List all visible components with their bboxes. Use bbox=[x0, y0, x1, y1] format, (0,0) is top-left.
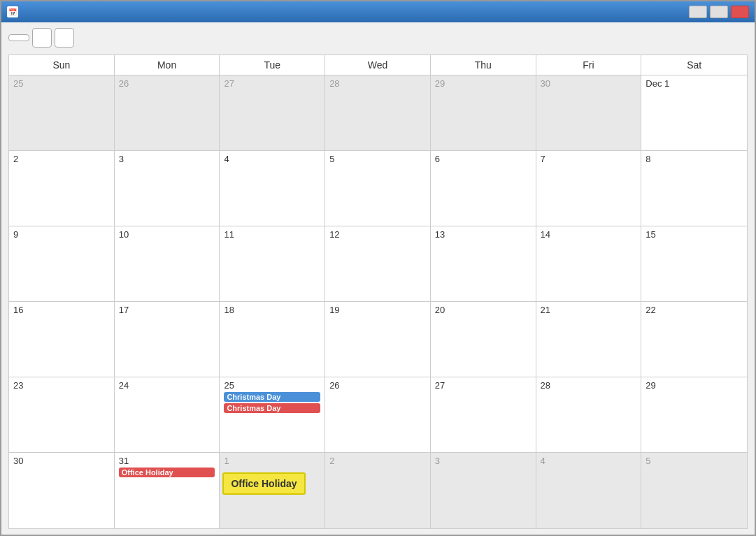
calendar-cell-w5-d4[interactable]: 3 bbox=[431, 453, 536, 528]
calendar-cell-w0-d5[interactable]: 30 bbox=[536, 75, 642, 150]
calendar-cell-w0-d4[interactable]: 29 bbox=[431, 75, 536, 150]
day-number: 13 bbox=[435, 229, 532, 240]
event-office-holiday[interactable]: Office Holiday bbox=[119, 468, 215, 477]
day-number: 7 bbox=[541, 154, 637, 164]
calendar-cell-w2-d4[interactable]: 13 bbox=[431, 226, 536, 301]
toolbar bbox=[8, 28, 748, 48]
day-number: 31 bbox=[119, 456, 215, 466]
day-number: 22 bbox=[646, 305, 743, 315]
calendar-cell-w3-d5[interactable]: 21 bbox=[536, 302, 642, 377]
day-number: 2 bbox=[329, 456, 426, 466]
calendar-cell-w4-d4[interactable]: 27 bbox=[431, 377, 536, 452]
calendar-cell-w1-d2[interactable]: 4 bbox=[220, 151, 325, 226]
day-number: 21 bbox=[541, 305, 637, 315]
calendar-header-mon: Mon bbox=[115, 55, 220, 75]
day-number: 4 bbox=[541, 456, 637, 466]
calendar-cell-w2-d5[interactable]: 14 bbox=[536, 226, 642, 301]
calendar-cell-w2-d1[interactable]: 10 bbox=[115, 226, 220, 301]
calendar-cell-w5-d6[interactable]: 5 bbox=[641, 453, 747, 528]
day-number: 4 bbox=[224, 154, 320, 164]
prev-button[interactable] bbox=[32, 28, 52, 48]
day-number: 26 bbox=[329, 380, 426, 391]
day-number: 26 bbox=[119, 78, 215, 89]
calendar-cell-w2-d6[interactable]: 15 bbox=[641, 226, 747, 301]
day-number: 18 bbox=[224, 305, 320, 315]
calendar-cell-w4-d6[interactable]: 29 bbox=[641, 377, 747, 452]
day-number: 25 bbox=[224, 380, 320, 391]
calendar-cell-w5-d5[interactable]: 4 bbox=[536, 453, 642, 528]
day-number: Dec 1 bbox=[646, 78, 743, 89]
calendar-cell-w0-d0[interactable]: 25 bbox=[9, 75, 115, 150]
calendar-header-fri: Fri bbox=[536, 55, 642, 75]
calendar-cell-w1-d5[interactable]: 7 bbox=[536, 151, 642, 226]
day-number: 27 bbox=[224, 78, 320, 89]
calendar-cell-w4-d5[interactable]: 28 bbox=[536, 377, 642, 452]
calendar-cell-w3-d4[interactable]: 20 bbox=[431, 302, 536, 377]
event-office-holiday-large[interactable]: Office Holiday bbox=[222, 472, 305, 495]
calendar-week-2: 9101112131415 bbox=[9, 226, 747, 302]
calendar-week-4: 232425Christmas DayChristmas Day26272829 bbox=[9, 377, 747, 453]
main-content: SunMonTueWedThuFriSat 252627282930Dec 12… bbox=[1, 22, 755, 535]
calendar-header-tue: Tue bbox=[220, 55, 325, 75]
calendar-header-sun: Sun bbox=[9, 55, 115, 75]
calendar-cell-w2-d0[interactable]: 9 bbox=[9, 226, 115, 301]
calendar-cell-w5-d1[interactable]: 31Office Holiday bbox=[115, 453, 220, 528]
restore-button[interactable] bbox=[710, 6, 728, 18]
calendar-cell-w1-d4[interactable]: 6 bbox=[431, 151, 536, 226]
calendar-cell-w3-d1[interactable]: 17 bbox=[115, 302, 220, 377]
today-button[interactable] bbox=[8, 34, 29, 41]
day-number: 9 bbox=[13, 229, 110, 240]
day-number: 29 bbox=[646, 380, 743, 391]
day-number: 8 bbox=[646, 154, 743, 164]
calendar-cell-w5-d0[interactable]: 30 bbox=[9, 453, 115, 528]
calendar-header: SunMonTueWedThuFriSat bbox=[9, 55, 747, 75]
calendar-cell-w0-d2[interactable]: 27 bbox=[220, 75, 325, 150]
calendar-cell-w1-d6[interactable]: 8 bbox=[641, 151, 747, 226]
title-bar: 📅 bbox=[1, 1, 755, 22]
calendar-cell-w1-d1[interactable]: 3 bbox=[115, 151, 220, 226]
calendar-cell-w1-d0[interactable]: 2 bbox=[9, 151, 115, 226]
window-controls bbox=[689, 6, 749, 18]
day-number: 19 bbox=[329, 305, 426, 315]
calendar-cell-w4-d1[interactable]: 24 bbox=[115, 377, 220, 452]
calendar-week-1: 2345678 bbox=[9, 151, 747, 226]
calendar-body: 252627282930Dec 123456789101112131415161… bbox=[9, 75, 747, 528]
calendar-cell-w0-d3[interactable]: 28 bbox=[325, 75, 431, 150]
day-number: 15 bbox=[646, 229, 743, 240]
day-number: 29 bbox=[435, 78, 532, 89]
calendar: SunMonTueWedThuFriSat 252627282930Dec 12… bbox=[8, 55, 748, 529]
day-number: 17 bbox=[119, 305, 215, 315]
day-number: 3 bbox=[435, 456, 532, 466]
calendar-header-thu: Thu bbox=[431, 55, 536, 75]
event-christmas-day[interactable]: Christmas Day bbox=[224, 392, 320, 402]
calendar-header-sat: Sat bbox=[641, 55, 747, 75]
day-number: 14 bbox=[541, 229, 637, 240]
minimize-button[interactable] bbox=[689, 6, 707, 18]
day-number: 16 bbox=[13, 305, 110, 315]
calendar-cell-w4-d2[interactable]: 25Christmas DayChristmas Day bbox=[220, 377, 325, 452]
event-christmas-day[interactable]: Christmas Day bbox=[224, 403, 320, 413]
next-button[interactable] bbox=[55, 28, 74, 48]
day-number: 1 bbox=[224, 456, 320, 466]
calendar-cell-w0-d1[interactable]: 26 bbox=[115, 75, 220, 150]
calendar-cell-w3-d2[interactable]: 18 bbox=[220, 302, 325, 377]
app-icon: 📅 bbox=[7, 6, 18, 17]
calendar-cell-w5-d3[interactable]: 2 bbox=[325, 453, 431, 528]
calendar-cell-w2-d3[interactable]: 12 bbox=[325, 226, 431, 301]
day-number: 23 bbox=[13, 380, 110, 391]
calendar-cell-w1-d3[interactable]: 5 bbox=[325, 151, 431, 226]
day-number: 6 bbox=[435, 154, 532, 164]
calendar-cell-w3-d0[interactable]: 16 bbox=[9, 302, 115, 377]
calendar-cell-w3-d3[interactable]: 19 bbox=[325, 302, 431, 377]
day-number: 11 bbox=[224, 229, 320, 240]
calendar-cell-w5-d2[interactable]: 1Office Holiday bbox=[220, 453, 325, 528]
calendar-cell-w3-d6[interactable]: 22 bbox=[641, 302, 747, 377]
calendar-cell-w2-d2[interactable]: 11 bbox=[220, 226, 325, 301]
calendar-cell-w4-d3[interactable]: 26 bbox=[325, 377, 431, 452]
day-number: 30 bbox=[541, 78, 637, 89]
calendar-cell-w4-d0[interactable]: 23 bbox=[9, 377, 115, 452]
day-number: 28 bbox=[329, 78, 426, 89]
close-button[interactable] bbox=[731, 6, 749, 18]
day-number: 28 bbox=[541, 380, 637, 391]
calendar-cell-w0-d6[interactable]: Dec 1 bbox=[641, 75, 747, 150]
